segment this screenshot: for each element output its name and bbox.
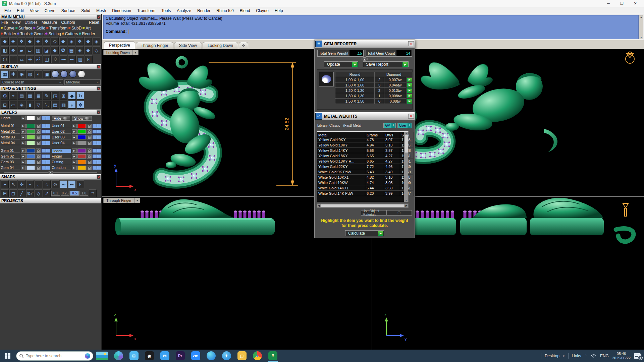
category-tools[interactable]: Tools [17, 32, 30, 36]
gem-thumbnail[interactable] [319, 72, 334, 86]
layer-expand-button[interactable]: ▶ [72, 124, 77, 128]
layer-visibility-toggle[interactable] [41, 148, 50, 153]
layer-expand-button[interactable]: ▶ [21, 148, 26, 153]
gem-table-row[interactable]: 1,30 X 1,3010,008tw▶ [335, 93, 411, 99]
taskbar-app-explorer[interactable]: ▢ [234, 350, 250, 362]
tool-icon[interactable]: ⋱ [43, 101, 51, 109]
lock-icon[interactable] [36, 160, 41, 164]
tool-icon[interactable]: ◇ [51, 37, 59, 45]
layer-visibility-toggle[interactable] [41, 141, 50, 145]
metal-table-row[interactable]: Yellow Gold:22KY7.724.9617.89 [317, 164, 408, 169]
taskbar-app-matrix[interactable]: // [265, 350, 280, 362]
tool-icon[interactable]: ◈ [93, 37, 100, 45]
layer-color-swatch[interactable] [77, 135, 86, 139]
tool-icon[interactable]: ✎ [43, 92, 51, 100]
tool-icon[interactable]: ▤ [18, 92, 25, 100]
gem-table-row[interactable]: 1,50 X 1,5060,08tw▶ [335, 99, 411, 104]
tool-icon[interactable]: ⌖ [9, 92, 17, 100]
play-icon[interactable]: ▶ [407, 99, 412, 104]
tool-icon[interactable]: ⚙ [1, 92, 9, 100]
metal-table-row[interactable]: Yellow Gold:9KY4.783.0711.08 [317, 137, 408, 142]
minimize-button[interactable]: ─ [602, 1, 615, 6]
layer-name[interactable]: User 04 [52, 141, 71, 145]
close-icon[interactable]: ✕ [408, 114, 414, 119]
tool-icon[interactable]: ⊦ [76, 180, 84, 188]
close-icon[interactable]: ✕ [97, 175, 101, 179]
layer-visibility-toggle[interactable] [92, 129, 101, 134]
tool-icon[interactable]: ⊞ [60, 92, 67, 100]
tool-icon[interactable]: ◌ [43, 180, 51, 188]
tool-icon[interactable]: ▤ [51, 101, 59, 109]
lock-icon[interactable] [87, 129, 92, 134]
snap-increment-1.0[interactable]: 1.0 [79, 191, 88, 196]
category-art[interactable]: Art [83, 26, 91, 31]
category-gems[interactable]: Gems [31, 32, 44, 36]
layer-name[interactable]: Metal 02 [1, 129, 20, 134]
tool-icon[interactable]: ⟐ [51, 55, 59, 63]
layer-color-swatch[interactable] [26, 154, 35, 159]
render-mode-sphere-icon[interactable] [52, 70, 59, 78]
layer-visibility-toggle[interactable] [92, 166, 101, 170]
tool-icon[interactable]: ▦ [26, 92, 34, 100]
tool-icon[interactable]: ◆ [51, 46, 59, 54]
tool-icon[interactable]: ⬡ [1, 55, 9, 63]
lock-icon[interactable] [36, 116, 41, 120]
hide-button[interactable]: Hide [52, 116, 70, 121]
layer-visibility-toggle[interactable] [41, 116, 50, 120]
layer-name[interactable]: Metal 01 [1, 124, 20, 128]
clock[interactable]: 05:46 2025/06/22 [612, 352, 631, 360]
horizontal-scrollbar[interactable]: ◀▶ [317, 203, 409, 208]
mainmenu-measure[interactable]: Measure [42, 20, 57, 25]
layer-color-swatch[interactable] [26, 135, 35, 139]
tool-icon[interactable]: ⌞ [35, 180, 42, 188]
taskbar-app-itunes[interactable]: ◉ [142, 350, 157, 362]
layer-color-swatch[interactable] [77, 141, 86, 145]
tool-icon[interactable]: ◈ [76, 46, 84, 54]
chevron-up-icon[interactable]: ⌃ [585, 354, 587, 358]
use-object-materials[interactable]: Use Object Materials◯ [361, 210, 412, 216]
metal-table-row[interactable]: White Gold:10KW4.743.0510.99 [317, 180, 408, 185]
menu-file[interactable]: File [1, 8, 14, 13]
tool-icon[interactable]: ◪ [43, 46, 50, 54]
tool-icon[interactable]: ⊟ [1, 101, 9, 109]
start-button[interactable] [0, 350, 15, 362]
tool-icon[interactable]: ❖ [9, 46, 17, 54]
layer-name[interactable]: Lights [1, 116, 20, 120]
tool-icon[interactable]: ◆ [84, 37, 92, 45]
menu-tools[interactable]: Tools [158, 8, 174, 13]
tool-icon[interactable]: ◇ [93, 46, 100, 54]
tool-icon[interactable]: ▥ [34, 46, 42, 54]
tool-icon[interactable]: ✛ [26, 55, 34, 63]
render-mode-sphere-icon[interactable] [78, 70, 85, 78]
lock-icon[interactable] [87, 166, 92, 170]
lock-icon[interactable] [36, 135, 41, 139]
tool-icon[interactable]: ⌐ [1, 180, 9, 188]
tool-icon[interactable]: ◆ [68, 92, 76, 100]
layer-color-swatch[interactable] [26, 124, 35, 128]
layer-visibility-toggle[interactable] [41, 160, 50, 164]
category-setting[interactable]: Setting [45, 32, 61, 36]
vertical-scrollbar[interactable]: ▲▼ [404, 132, 408, 202]
lock-icon[interactable] [36, 148, 41, 153]
close-icon[interactable]: ✕ [97, 15, 101, 19]
tool-icon[interactable]: ◆ [59, 37, 67, 45]
layer-expand-button[interactable]: ▶ [21, 116, 26, 120]
desktop-toolbar[interactable]: Desktop [545, 354, 559, 358]
save-report-button[interactable]: Save Report▶ [363, 61, 409, 67]
tool-icon[interactable]: ✚ [9, 70, 17, 78]
layer-name[interactable]: Gem 04 [1, 166, 20, 170]
tool-icon[interactable]: ◻ [9, 189, 17, 197]
lock-icon[interactable] [36, 141, 41, 145]
lock-icon[interactable] [36, 124, 41, 128]
layer-visibility-toggle[interactable] [92, 124, 101, 128]
menu-clayoo[interactable]: Clayoo [253, 8, 271, 13]
chevron-right-icon[interactable]: » [563, 354, 565, 358]
gem-tool-icon[interactable] [623, 203, 628, 216]
tool-icon[interactable]: ♁ [68, 101, 76, 109]
menu-mesh[interactable]: Mesh [93, 8, 109, 13]
metal-table-row[interactable]: White Gold:14KX15.443.5012.61 [317, 185, 408, 191]
mainmenu-utilities[interactable]: Utilities [24, 20, 38, 25]
tool-icon[interactable]: ▥ [76, 55, 84, 63]
tool-icon[interactable]: ❖ [43, 37, 50, 45]
tool-icon[interactable]: ↗ [43, 189, 51, 197]
